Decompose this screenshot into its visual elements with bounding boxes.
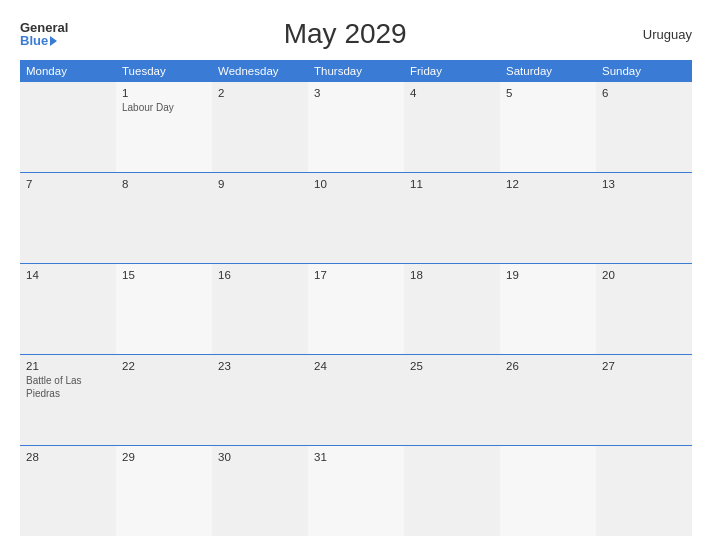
day-number: 28 [26,451,110,463]
calendar-cell: 9 [212,173,308,264]
day-number: 1 [122,87,206,99]
calendar-cell: 23 [212,354,308,445]
col-thursday: Thursday [308,60,404,82]
day-number: 18 [410,269,494,281]
calendar-cell [500,445,596,536]
calendar-cell: 1Labour Day [116,82,212,173]
day-number: 20 [602,269,686,281]
day-event: Labour Day [122,101,206,114]
day-number: 19 [506,269,590,281]
calendar-cell: 3 [308,82,404,173]
col-saturday: Saturday [500,60,596,82]
day-number: 27 [602,360,686,372]
calendar-cell: 29 [116,445,212,536]
calendar-cell: 14 [20,264,116,355]
day-number: 29 [122,451,206,463]
col-friday: Friday [404,60,500,82]
calendar-cell: 2 [212,82,308,173]
day-number: 25 [410,360,494,372]
header-row: Monday Tuesday Wednesday Thursday Friday… [20,60,692,82]
day-number: 3 [314,87,398,99]
day-number: 7 [26,178,110,190]
calendar-cell: 13 [596,173,692,264]
day-number: 23 [218,360,302,372]
day-number: 5 [506,87,590,99]
day-number: 24 [314,360,398,372]
calendar-cell: 10 [308,173,404,264]
day-number: 22 [122,360,206,372]
day-number: 8 [122,178,206,190]
day-number: 17 [314,269,398,281]
day-event: Battle of Las Piedras [26,374,110,400]
calendar-cell: 26 [500,354,596,445]
calendar-cell: 18 [404,264,500,355]
table-row: 1Labour Day23456 [20,82,692,173]
calendar-cell: 7 [20,173,116,264]
table-row: 14151617181920 [20,264,692,355]
logo-triangle-icon [50,36,57,46]
calendar-cell [20,82,116,173]
day-number: 10 [314,178,398,190]
day-number: 16 [218,269,302,281]
day-number: 2 [218,87,302,99]
calendar-page: General Blue May 2029 Uruguay Monday Tue… [0,0,712,550]
calendar-cell: 19 [500,264,596,355]
day-number: 14 [26,269,110,281]
header: General Blue May 2029 Uruguay [20,18,692,50]
calendar-cell: 8 [116,173,212,264]
calendar-cell: 20 [596,264,692,355]
calendar-cell: 21Battle of Las Piedras [20,354,116,445]
calendar-table: Monday Tuesday Wednesday Thursday Friday… [20,60,692,536]
calendar-title: May 2029 [68,18,622,50]
calendar-cell: 30 [212,445,308,536]
calendar-cell: 31 [308,445,404,536]
day-number: 30 [218,451,302,463]
day-number: 21 [26,360,110,372]
calendar-cell [404,445,500,536]
day-number: 9 [218,178,302,190]
day-number: 15 [122,269,206,281]
calendar-cell: 22 [116,354,212,445]
day-number: 13 [602,178,686,190]
table-row: 21Battle of Las Piedras222324252627 [20,354,692,445]
calendar-cell: 27 [596,354,692,445]
calendar-cell: 17 [308,264,404,355]
calendar-cell: 11 [404,173,500,264]
day-number: 26 [506,360,590,372]
day-number: 31 [314,451,398,463]
calendar-cell: 6 [596,82,692,173]
col-monday: Monday [20,60,116,82]
calendar-cell: 16 [212,264,308,355]
calendar-cell [596,445,692,536]
calendar-cell: 15 [116,264,212,355]
col-wednesday: Wednesday [212,60,308,82]
col-tuesday: Tuesday [116,60,212,82]
day-number: 4 [410,87,494,99]
day-number: 6 [602,87,686,99]
table-row: 78910111213 [20,173,692,264]
calendar-cell: 24 [308,354,404,445]
logo-blue-text: Blue [20,34,68,47]
calendar-cell: 28 [20,445,116,536]
calendar-cell: 25 [404,354,500,445]
logo: General Blue [20,21,68,47]
country-label: Uruguay [622,27,692,42]
calendar-cell: 12 [500,173,596,264]
calendar-cell: 4 [404,82,500,173]
col-sunday: Sunday [596,60,692,82]
calendar-cell: 5 [500,82,596,173]
table-row: 28293031 [20,445,692,536]
day-number: 12 [506,178,590,190]
day-number: 11 [410,178,494,190]
